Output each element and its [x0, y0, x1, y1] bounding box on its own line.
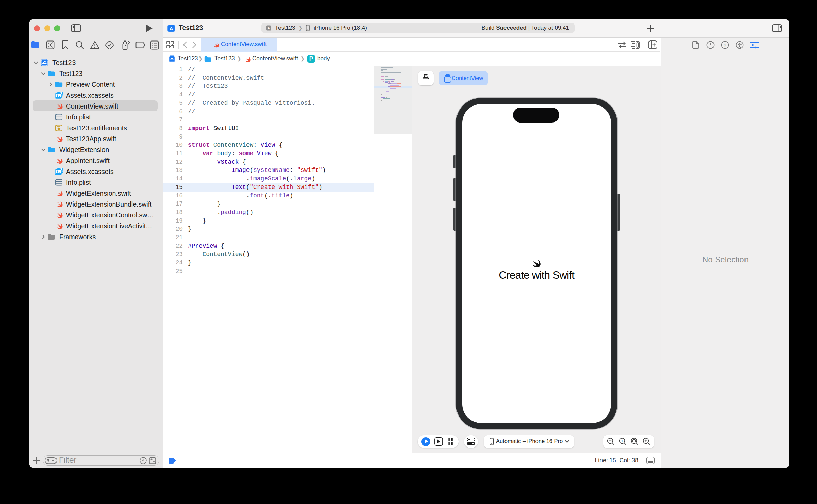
svg-text:A: A	[169, 26, 173, 31]
svg-text:1: 1	[621, 439, 623, 443]
svg-text:A: A	[267, 26, 270, 30]
svg-text:?: ?	[724, 43, 726, 48]
